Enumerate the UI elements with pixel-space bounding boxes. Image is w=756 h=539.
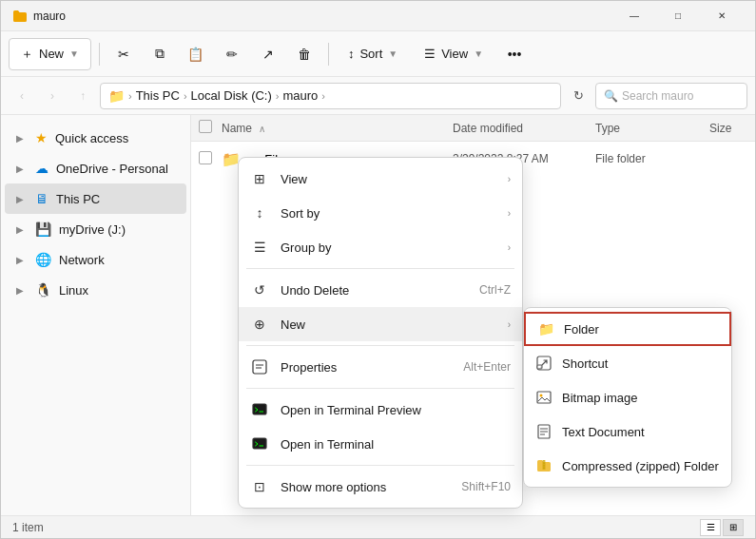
delete-button[interactable]: 🗑 [288,38,320,70]
group-menu-arrow: › [508,242,511,253]
pc-icon: 🖥 [35,191,48,206]
svg-text:↗: ↗ [539,366,542,370]
context-menu-new[interactable]: ⊕ New › 📁 Folder ↗ Shortcut [239,307,522,341]
context-menu-sort-by[interactable]: ↕ Sort by › [239,196,522,230]
select-all-checkbox[interactable] [199,120,212,133]
header-type[interactable]: Type [595,122,709,135]
terminal-preview-label: Open in Terminal Preview [281,403,511,417]
header-date[interactable]: Date modified [453,122,595,135]
new-button-label: New [39,47,64,61]
sidebar-item-network[interactable]: ▶ 🌐 Network [5,244,186,275]
expand-icon: ▶ [16,285,28,296]
sort-menu-arrow: › [508,208,511,219]
status-text: 1 item [12,521,44,534]
expand-icon: ▶ [16,164,28,174]
cut-button[interactable]: ✂ [107,38,140,70]
show-more-shortcut: Shift+F10 [461,480,511,493]
sort-button[interactable]: ↕ Sort ▼ [337,38,409,70]
svg-rect-16 [253,438,266,449]
path-chevron-4: › [321,90,325,102]
back-button[interactable]: ‹ [9,83,35,109]
header-size[interactable]: Size [709,122,747,135]
quick-access-icon: ★ [35,130,48,145]
sidebar-item-mydrive[interactable]: ▶ 💾 myDrive (J:) [5,214,186,244]
folder-submenu-icon: 📁 [537,320,554,337]
expand-icon: ▶ [16,255,28,265]
context-menu-view[interactable]: ⊞ View › [239,162,522,196]
expand-icon: ▶ [16,194,28,204]
share-button[interactable]: ↗ [252,38,284,70]
sort-button-label: Sort [359,47,382,61]
search-placeholder: Search mauro [622,89,693,103]
titlebar: mauro — □ ✕ [1,1,755,31]
forward-button[interactable]: › [39,83,66,109]
sidebar-item-quick-access[interactable]: ▶ ★ Quick access [5,123,186,153]
sidebar-item-label: Quick access [55,131,128,145]
context-menu: ⊞ View › ↕ Sort by › ☰ Group by › ↺ Undo… [238,157,523,509]
path-segment-thispc: This PC [136,88,180,103]
context-menu-show-more[interactable]: ⊡ Show more options Shift+F10 [239,470,522,504]
view-menu-arrow: › [508,174,511,184]
zip-label: Compressed (zipped) Folder [562,459,719,473]
properties-shortcut: Alt+Enter [463,360,511,374]
terminal-icon [250,434,269,453]
context-menu-group-by[interactable]: ☰ Group by › [239,230,522,264]
paste-button[interactable]: 📋 [180,38,212,70]
sort-arrow-icon: ∧ [259,124,265,134]
context-menu-terminal[interactable]: Open in Terminal [239,427,522,461]
new-submenu: 📁 Folder ↗ Shortcut [523,307,732,488]
search-box[interactable]: 🔍 Search mauro [595,83,747,109]
statusbar: 1 item ☰ ⊞ [1,515,755,538]
copy-button[interactable]: ⧉ [144,38,176,70]
grid-view-button[interactable]: ⊞ [723,519,744,536]
sidebar-item-label: Linux [59,283,88,298]
undo-menu-label: Undo Delete [281,283,468,298]
view-menu-label: View [281,172,496,186]
header-name[interactable]: Name ∧ [222,122,453,135]
sort-icon: ↕ [348,47,355,61]
group-menu-icon: ☰ [250,238,269,257]
rename-button[interactable]: ✏ [216,38,248,70]
submenu-item-shortcut[interactable]: ↗ Shortcut [524,346,731,380]
minimize-button[interactable]: — [612,1,656,31]
view-button[interactable]: ☰ View ▼ [413,38,494,70]
more-options-button[interactable]: ••• [498,38,531,70]
new-menu-label: New [281,318,496,332]
context-menu-undo-delete[interactable]: ↺ Undo Delete Ctrl+Z [239,273,522,307]
context-menu-terminal-preview[interactable]: Open in Terminal Preview [239,393,522,427]
view-menu-icon: ⊞ [250,169,269,188]
up-button[interactable]: ↑ [69,83,96,109]
show-more-icon: ⊡ [250,477,269,496]
view-buttons: ☰ ⊞ [700,519,744,536]
sidebar-item-linux[interactable]: ▶ 🐧 Linux [5,275,186,305]
menu-divider-4 [246,465,514,466]
context-menu-properties[interactable]: Properties Alt+Enter [239,350,522,384]
new-menu-icon: ⊕ [250,315,269,334]
terminal-preview-icon [250,400,269,419]
text-doc-label: Text Document [562,425,645,439]
sidebar-item-this-pc[interactable]: ▶ 🖥 This PC [5,183,186,214]
header-check [199,120,222,136]
new-button[interactable]: ＋ New ▼ [9,38,91,70]
path-chevron-1: › [128,90,132,102]
address-path[interactable]: 📁 › This PC › Local Disk (C:) › mauro › [100,83,561,109]
path-chevron-2: › [184,90,187,102]
undo-shortcut: Ctrl+Z [479,283,511,297]
details-view-button[interactable]: ☰ [700,519,721,536]
maximize-button[interactable]: □ [656,1,700,31]
row-checkbox [199,151,222,167]
submenu-item-zip[interactable]: Compressed (zipped) Folder [524,449,731,483]
new-menu-arrow: › [508,319,511,330]
submenu-item-text-doc[interactable]: Text Document [524,414,731,449]
close-button[interactable]: ✕ [700,1,744,31]
toolbar: ＋ New ▼ ✂ ⧉ 📋 ✏ ↗ 🗑 ↕ Sort ▼ ☰ View ▼ ••… [1,31,755,77]
refresh-button[interactable]: ↻ [565,83,591,109]
sort-menu-label: Sort by [281,206,496,221]
submenu-item-bitmap[interactable]: Bitmap image [524,380,731,414]
sidebar-item-onedrive[interactable]: ▶ ☁ OneDrive - Personal [5,153,186,183]
show-more-label: Show more options [281,480,450,494]
sidebar-item-label: Network [59,253,105,267]
drive-icon: 💾 [35,221,51,237]
submenu-item-folder[interactable]: 📁 Folder [524,312,731,346]
menu-divider-1 [246,268,514,269]
